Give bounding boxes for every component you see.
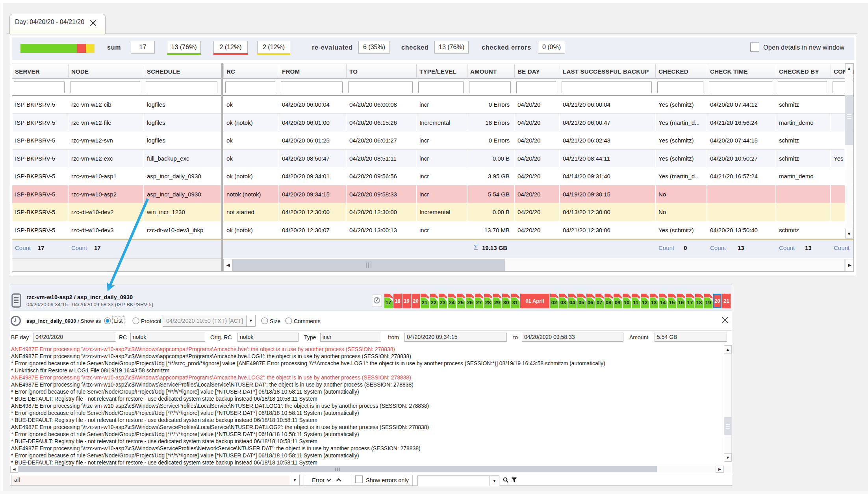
svg-text:19: 19	[705, 300, 711, 305]
svg-text:16: 16	[678, 300, 684, 305]
svg-text:02: 02	[551, 300, 557, 305]
svg-text:17: 17	[386, 300, 391, 305]
svg-text:23: 23	[440, 300, 445, 305]
svg-text:28: 28	[485, 300, 491, 305]
svg-text:30: 30	[503, 300, 509, 305]
svg-text:22: 22	[431, 300, 436, 305]
svg-text:12: 12	[642, 300, 647, 305]
svg-text:06: 06	[588, 300, 593, 305]
svg-text:27: 27	[476, 300, 482, 305]
svg-text:03: 03	[560, 300, 566, 305]
svg-text:24: 24	[449, 300, 455, 305]
svg-text:25: 25	[458, 300, 464, 305]
svg-text:31: 31	[512, 300, 518, 305]
svg-text:04: 04	[569, 300, 575, 305]
svg-text:14: 14	[660, 300, 666, 305]
svg-text:13: 13	[651, 300, 657, 305]
svg-text:17: 17	[687, 300, 693, 305]
svg-text:07: 07	[597, 300, 602, 305]
svg-text:10: 10	[624, 300, 629, 305]
svg-text:11: 11	[633, 300, 638, 305]
svg-text:09: 09	[615, 300, 620, 305]
svg-text:21: 21	[422, 300, 427, 305]
svg-text:18: 18	[696, 300, 702, 305]
svg-text:29: 29	[494, 300, 500, 305]
svg-text:26: 26	[467, 300, 473, 305]
svg-text:05: 05	[579, 300, 584, 305]
svg-text:08: 08	[606, 300, 611, 305]
svg-text:15: 15	[669, 300, 675, 305]
